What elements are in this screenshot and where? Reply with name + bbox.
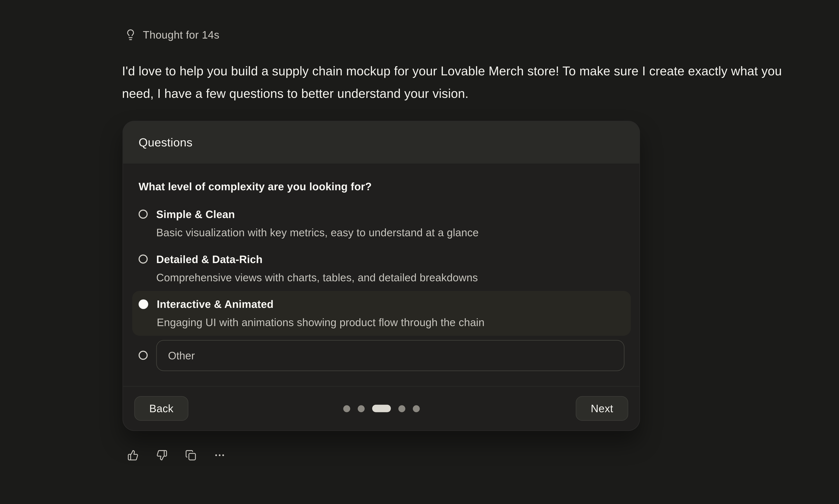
back-button[interactable]: Back [134, 396, 189, 421]
radio-selected-icon[interactable] [139, 300, 148, 309]
option-detailed-data-rich[interactable]: Detailed & Data-Rich Comprehensive views… [132, 246, 631, 291]
copy-button[interactable] [185, 450, 196, 461]
options-list: Simple & Clean Basic visualization with … [132, 201, 631, 375]
questions-card: Questions What level of complexity are y… [123, 121, 640, 431]
option-description: Basic visualization with key metrics, ea… [156, 223, 625, 242]
option-simple-clean[interactable]: Simple & Clean Basic visualization with … [132, 201, 631, 246]
option-description: Engaging UI with animations showing prod… [157, 313, 624, 331]
option-label: Interactive & Animated [157, 295, 624, 313]
question-text: What level of complexity are you looking… [139, 180, 624, 193]
radio-unselected-icon[interactable] [139, 351, 147, 360]
copy-icon [185, 450, 196, 461]
option-label: Detailed & Data-Rich [156, 250, 625, 268]
option-other[interactable] [132, 336, 631, 375]
pagination-dot-1 [343, 405, 350, 412]
assistant-message-text: I'd love to help you build a supply chai… [122, 60, 804, 105]
other-option-input[interactable] [156, 340, 625, 371]
pagination-dots [343, 405, 420, 412]
card-title: Questions [139, 136, 192, 149]
more-options-button[interactable] [214, 450, 225, 461]
questions-card-body: What level of complexity are you looking… [123, 164, 640, 386]
option-label: Simple & Clean [156, 205, 625, 223]
thought-label: Thought for 14s [143, 29, 220, 41]
option-description: Comprehensive views with charts, tables,… [156, 268, 625, 287]
questions-card-header: Questions [123, 121, 640, 164]
pagination-dot-4 [398, 405, 405, 412]
message-actions [127, 450, 225, 461]
questions-card-footer: Back Next [123, 386, 640, 430]
radio-unselected-icon[interactable] [139, 254, 147, 264]
pagination-dot-5 [413, 405, 420, 412]
thumbs-up-icon [127, 450, 139, 461]
ellipsis-icon [214, 450, 225, 461]
chat-message-area: Thought for 14s I'd love to help you bui… [0, 0, 839, 504]
thought-summary-toggle[interactable]: Thought for 14s [125, 28, 220, 42]
thumbs-down-button[interactable] [156, 450, 168, 461]
pagination-dot-3-active [372, 405, 390, 412]
radio-unselected-icon[interactable] [139, 210, 147, 219]
thumbs-up-button[interactable] [127, 450, 139, 461]
lightbulb-icon [125, 28, 136, 42]
thumbs-down-icon [156, 450, 168, 461]
pagination-dot-2 [357, 405, 365, 412]
option-interactive-animated[interactable]: Interactive & Animated Engaging UI with … [132, 291, 631, 336]
next-button[interactable]: Next [576, 396, 628, 421]
